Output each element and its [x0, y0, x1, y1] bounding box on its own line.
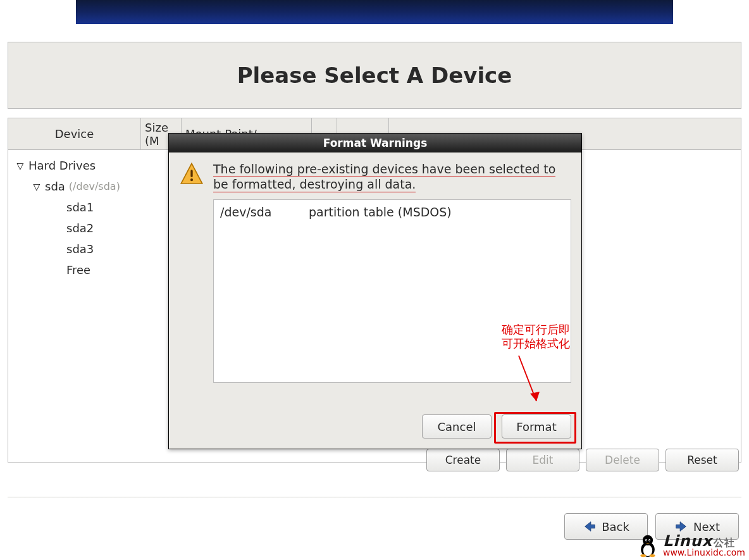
device-list-row[interactable]: /dev/sda partition table (MSDOS) [220, 205, 564, 219]
format-button[interactable]: Format [502, 414, 571, 439]
expand-icon[interactable]: ▽ [31, 182, 42, 192]
svg-point-4 [641, 542, 655, 557]
svg-point-9 [645, 540, 647, 541]
dialog-title: Format Warnings [169, 134, 581, 152]
edit-button[interactable]: Edit [506, 449, 579, 471]
page-header: Please Select A Device [8, 42, 741, 109]
back-button[interactable]: Back [564, 513, 648, 540]
nav-label: Next [693, 520, 720, 533]
col-device[interactable]: Device [8, 118, 141, 150]
create-button[interactable]: Create [426, 449, 500, 471]
warning-line2: be formatted, destroying all data. [213, 177, 416, 192]
reset-button[interactable]: Reset [665, 449, 739, 471]
page-title: Please Select A Device [237, 63, 512, 88]
svg-point-12 [650, 554, 655, 557]
tree-label: sda [45, 180, 65, 193]
separator [8, 497, 741, 498]
next-button[interactable]: Next [655, 513, 739, 540]
delete-button[interactable]: Delete [586, 449, 659, 471]
arrow-left-icon [583, 520, 597, 533]
device-path: (/dev/sda) [69, 180, 120, 192]
table-actions: Create Edit Delete Reset [426, 449, 739, 471]
cancel-button[interactable]: Cancel [422, 414, 492, 439]
svg-point-1 [190, 178, 193, 181]
warning-line1: The following pre-existing devices have … [213, 162, 555, 177]
format-warnings-dialog: Format Warnings The following pre-existi… [168, 133, 582, 449]
arrow-right-icon [674, 520, 688, 533]
expand-icon[interactable]: ▽ [15, 161, 26, 171]
warning-text: The following pre-existing devices have … [213, 161, 555, 192]
tree-label: Hard Drives [28, 159, 96, 172]
nav-buttons: Back Next [564, 513, 739, 540]
svg-rect-0 [190, 170, 192, 177]
top-banner [76, 0, 673, 24]
device-type: partition table (MSDOS) [309, 205, 452, 219]
device-name: /dev/sda [220, 205, 309, 219]
svg-point-11 [640, 554, 646, 557]
svg-point-10 [649, 540, 650, 541]
nav-label: Back [602, 520, 629, 533]
annotation-text: 确定可行后即 可开始格式化 [502, 323, 570, 351]
svg-point-5 [643, 545, 652, 556]
device-list[interactable]: /dev/sda partition table (MSDOS) [213, 199, 571, 383]
warning-icon [179, 161, 204, 187]
